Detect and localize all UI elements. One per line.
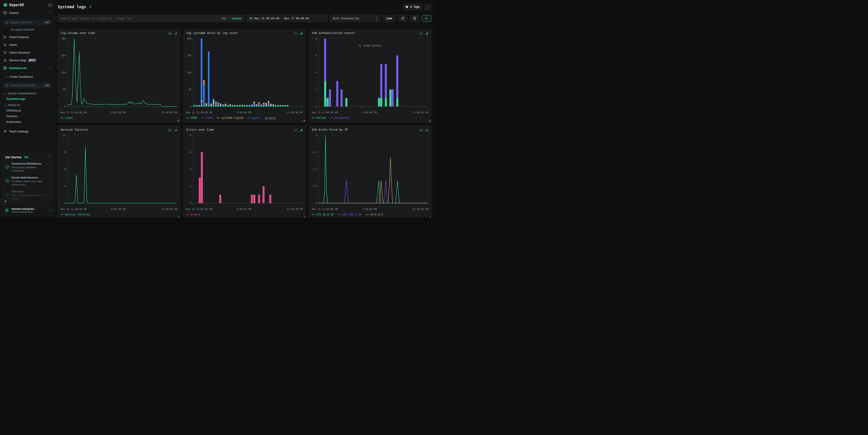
sidebar-collapse-icon[interactable] <box>48 3 52 7</box>
line-view-icon[interactable] <box>420 32 423 35</box>
resize-handle[interactable] <box>177 216 179 218</box>
create-dashboard-button[interactable]: + Create Dashboard <box>0 73 55 81</box>
chevron-up-icon <box>50 67 52 69</box>
saved-dashboards-input[interactable]: Saved Dashboards ⌘K <box>3 82 52 89</box>
legend-item[interactable]: Failed <box>312 116 326 120</box>
search-placeholder: Search your events w/ Lucene ex. column:… <box>61 17 222 20</box>
saved-dashboards-section[interactable]: SAVED DASHBOARDS <box>0 90 55 96</box>
chevron-up-icon[interactable] <box>48 156 50 158</box>
bar-segment <box>265 105 267 106</box>
sql-toggle[interactable]: SQL <box>222 17 226 20</box>
legend-item[interactable]: 10.0.0.5 <box>366 213 383 216</box>
legend-item[interactable]: sshd <box>202 116 212 120</box>
granularity-select[interactable]: Auto Granularity <box>330 15 380 22</box>
x-axis-label: Nov 15 12:00:00 AM <box>186 208 212 211</box>
hyperdx-logo-icon <box>3 3 7 7</box>
chart-explorer-icon <box>3 35 7 39</box>
legend-item[interactable]: Service failures <box>61 213 90 216</box>
sidebar-item-search[interactable]: Search <box>0 9 55 17</box>
sidebar-item-clickhouse[interactable]: ClickHouse <box>0 107 55 113</box>
legend-item[interactable]: count <box>61 116 73 120</box>
x-axis-label: 9:00:00 PM <box>111 208 125 211</box>
legend-label: Successful <box>335 116 350 120</box>
sidebar-item-label: Search <box>9 11 19 14</box>
resize-handle[interactable] <box>429 120 430 122</box>
panel-menu-button[interactable]: ⋮ <box>424 4 431 10</box>
live-button[interactable]: Live <box>383 15 396 22</box>
legend-item[interactable]: 192.168.1.10 <box>338 213 361 216</box>
tags-button[interactable]: 0 Tags <box>403 4 423 10</box>
legend-item[interactable]: 172.16.0.20 <box>312 213 334 216</box>
bar-segment <box>229 105 231 106</box>
line-view-icon[interactable] <box>169 128 172 131</box>
bar-view-icon[interactable] <box>174 128 177 131</box>
sidebar-item-services[interactable]: Services <box>0 113 55 119</box>
resize-handle[interactable] <box>303 120 305 122</box>
sidebar-item-label: Client Sessions <box>9 51 30 54</box>
x-axis-label: Nov 15 12:00:00 AM <box>186 111 212 114</box>
run-query-button[interactable] <box>422 15 431 22</box>
line-view-icon[interactable] <box>294 128 298 131</box>
sidebar-item-chart-explorer[interactable]: Chart Explorer <box>0 33 55 41</box>
sidebar-item-team-settings[interactable]: ⚙ Team Settings <box>0 127 55 135</box>
user-menu[interactable]: D dominic.tran@clic... dominic.tran@clic… <box>2 206 53 215</box>
lucene-toggle[interactable]: Lucene <box>231 17 241 20</box>
avatar: D <box>4 208 9 213</box>
bar-segment <box>208 52 210 105</box>
legend-item[interactable]: Successful <box>330 116 350 120</box>
presets-section[interactable]: PRESETS <box>0 102 55 107</box>
sidebar-item-service-map[interactable]: Service Map BETA <box>0 56 55 64</box>
legend-item[interactable]: Errors <box>186 213 200 216</box>
help-button[interactable]: ? <box>2 198 9 205</box>
edit-title-icon[interactable] <box>89 5 92 8</box>
legend-item[interactable]: CRON <box>186 116 197 120</box>
sidebar-item-client-sessions[interactable]: Client Sessions <box>0 49 55 56</box>
bar-view-icon[interactable] <box>300 128 303 131</box>
legend-label: Service failures <box>65 213 90 216</box>
sidebar-item-kubernetes[interactable]: Kubernetes <box>0 119 55 125</box>
bar-view-icon[interactable] <box>425 128 428 131</box>
bar-view-icon[interactable] <box>174 32 177 35</box>
x-axis: Nov 15 12:00:00 AM9:00:00 PM11:00:00 PM <box>186 208 303 211</box>
legend-more-link[interactable]: +3 more <box>265 116 275 120</box>
refresh-button[interactable] <box>398 15 408 22</box>
bar-segment <box>263 105 265 106</box>
legend-item[interactable]: nginx <box>248 116 260 120</box>
legend-dash-icon <box>312 214 315 215</box>
line-view-icon[interactable] <box>294 32 298 35</box>
sidebar-item-alerts[interactable]: Alerts <box>0 41 55 49</box>
step-desc: Configure where your data comes from <box>11 180 50 186</box>
event-search-input[interactable]: Search your events w/ Lucene ex. column:… <box>58 15 244 22</box>
resize-handle[interactable] <box>303 216 305 218</box>
get-started-step-sources[interactable]: Create Data Sources Configure where your… <box>5 175 50 187</box>
svg-text:0: 0 <box>315 105 317 108</box>
bar-segment <box>345 98 347 106</box>
get-started-step-add-data[interactable]: Add Data Start sending logs, metrics, or… <box>5 189 50 200</box>
bar-segment <box>262 186 265 204</box>
sidebar-item-systemd-logs[interactable]: Systemd logs <box>0 96 55 102</box>
line-view-icon[interactable] <box>169 32 172 35</box>
bar-segment <box>217 105 219 106</box>
bell-icon <box>3 43 7 46</box>
select-chevrons-icon <box>376 17 377 20</box>
resize-handle[interactable] <box>177 120 179 122</box>
view-events-button[interactable]: View Events <box>359 44 381 47</box>
panel-errors-over-time: Errors over time 02468 Nov 15 12:00:00 A… <box>183 126 306 218</box>
bar-segment <box>201 105 203 106</box>
bar-segment <box>256 104 257 105</box>
bar-view-icon[interactable] <box>300 32 303 35</box>
get-started-step-connect[interactable]: Connect to ClickHouse Set up your databa… <box>5 161 50 173</box>
saved-searches-input[interactable]: Saved Searches ⌘K <box>3 20 52 26</box>
filter-button[interactable] <box>410 15 420 22</box>
legend-item[interactable]: systemd-logind <box>217 116 243 120</box>
bar-segment <box>389 90 392 107</box>
line-view-icon[interactable] <box>420 128 423 131</box>
time-range-picker[interactable]: Nov 15 00:00:00 - Nov 17 00:00:00 <box>246 15 328 22</box>
panel-title: Service failures <box>61 128 88 131</box>
bar-view-icon[interactable] <box>425 32 428 35</box>
resize-handle[interactable] <box>429 216 430 218</box>
svg-text:6: 6 <box>190 151 191 153</box>
bar-segment <box>263 104 265 105</box>
sidebar-item-dashboards[interactable]: Dashboards <box>0 64 55 72</box>
tag-icon <box>405 5 408 8</box>
